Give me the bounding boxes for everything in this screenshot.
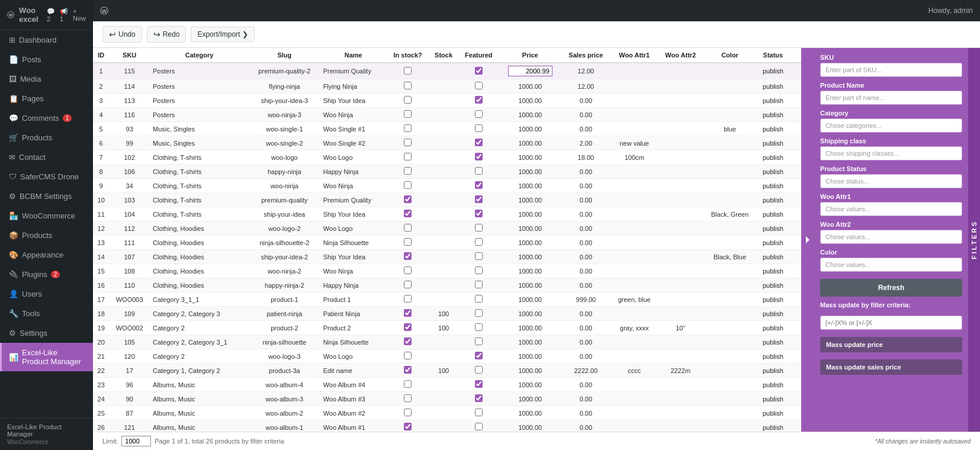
instock-checkbox[interactable]	[404, 67, 412, 75]
instock-checkbox[interactable]	[404, 167, 412, 175]
featured-checkbox[interactable]	[475, 366, 483, 374]
cell-price[interactable]: 1000.00	[499, 150, 561, 165]
cell-featured[interactable]	[458, 165, 499, 179]
cell-featured[interactable]	[458, 321, 499, 335]
sidebar-item-woocommerce[interactable]: 🏪 WooCommerce	[0, 206, 93, 226]
featured-checkbox[interactable]	[475, 124, 483, 132]
featured-checkbox[interactable]	[475, 266, 483, 274]
featured-checkbox[interactable]	[475, 153, 483, 160]
cell-price[interactable]: 1000.00	[499, 250, 561, 264]
instock-checkbox[interactable]	[404, 281, 412, 288]
instock-checkbox[interactable]	[404, 423, 412, 430]
sidebar-item-users[interactable]: 👤 Users	[0, 284, 93, 304]
cell-price[interactable]: 1000.00	[499, 349, 561, 364]
cell-instock[interactable]	[387, 122, 429, 136]
panel-nav-icon[interactable]	[801, 48, 814, 432]
cell-instock[interactable]	[387, 108, 429, 122]
cell-price[interactable]: 1000.00	[499, 136, 561, 150]
cell-featured[interactable]	[458, 108, 499, 122]
cell-instock[interactable]	[387, 335, 429, 349]
cell-featured[interactable]	[458, 392, 499, 406]
cell-featured[interactable]	[458, 278, 499, 292]
featured-checkbox[interactable]	[475, 67, 483, 75]
cell-featured[interactable]	[458, 406, 499, 420]
featured-checkbox[interactable]	[475, 82, 483, 89]
woo-attr2-input[interactable]	[820, 230, 962, 244]
featured-checkbox[interactable]	[475, 195, 483, 203]
cell-price[interactable]: 1000.00	[499, 321, 561, 335]
refresh-button[interactable]: Refresh	[820, 279, 962, 297]
featured-checkbox[interactable]	[475, 238, 483, 246]
instock-checkbox[interactable]	[404, 153, 412, 160]
featured-checkbox[interactable]	[475, 96, 483, 104]
cell-instock[interactable]	[387, 321, 429, 335]
featured-checkbox[interactable]	[475, 252, 483, 260]
cell-price[interactable]: 1000.00	[499, 221, 561, 236]
sidebar-item-settings[interactable]: ⚙ Settings	[0, 323, 93, 343]
mass-update-price-button[interactable]: Mass update price	[820, 337, 962, 352]
cell-instock[interactable]	[387, 364, 429, 378]
featured-checkbox[interactable]	[475, 323, 483, 331]
sidebar-item-media[interactable]: 🖼 Media	[0, 69, 93, 89]
instock-checkbox[interactable]	[404, 224, 412, 232]
instock-checkbox[interactable]	[404, 352, 412, 359]
sidebar-item-bcbm[interactable]: ⚙ BCBM Settings	[0, 187, 93, 206]
instock-checkbox[interactable]	[404, 139, 412, 146]
cell-instock[interactable]	[387, 63, 429, 79]
cell-instock[interactable]	[387, 94, 429, 108]
featured-checkbox[interactable]	[475, 224, 483, 232]
instock-checkbox[interactable]	[404, 394, 412, 402]
featured-checkbox[interactable]	[475, 338, 483, 345]
featured-checkbox[interactable]	[475, 110, 483, 118]
sidebar-item-products[interactable]: 🛒 Products	[0, 128, 93, 147]
cell-featured[interactable]	[458, 94, 499, 108]
featured-checkbox[interactable]	[475, 352, 483, 359]
cell-instock[interactable]	[387, 264, 429, 278]
sidebar-item-contact[interactable]: ✉ Contact	[0, 147, 93, 167]
cell-featured[interactable]	[458, 150, 499, 165]
cell-instock[interactable]	[387, 79, 429, 94]
featured-checkbox[interactable]	[475, 409, 483, 416]
cell-price[interactable]: 1000.00	[499, 179, 561, 193]
new-button[interactable]: + New	[73, 8, 86, 22]
sku-filter-input[interactable]	[820, 63, 962, 77]
cell-featured[interactable]	[458, 335, 499, 349]
cell-price[interactable]: 1000.00	[499, 392, 561, 406]
instock-checkbox[interactable]	[404, 366, 412, 374]
cell-featured[interactable]	[458, 307, 499, 321]
cell-featured[interactable]	[458, 122, 499, 136]
instock-checkbox[interactable]	[404, 181, 412, 189]
cell-instock[interactable]	[387, 307, 429, 321]
instock-checkbox[interactable]	[404, 238, 412, 246]
sidebar-item-appearance[interactable]: 🎨 Appearance	[0, 245, 93, 265]
cell-featured[interactable]	[458, 292, 499, 307]
featured-checkbox[interactable]	[475, 210, 483, 217]
instock-checkbox[interactable]	[404, 338, 412, 345]
cell-instock[interactable]	[387, 378, 429, 392]
featured-checkbox[interactable]	[475, 181, 483, 189]
featured-checkbox[interactable]	[475, 281, 483, 288]
cell-instock[interactable]	[387, 420, 429, 432]
cell-featured[interactable]	[458, 136, 499, 150]
cell-price[interactable]: 1000.00	[499, 207, 561, 221]
cell-featured[interactable]	[458, 349, 499, 364]
cell-featured[interactable]	[458, 193, 499, 207]
cell-instock[interactable]	[387, 207, 429, 221]
mass-update-sales-button[interactable]: Mass update sales price	[820, 359, 962, 375]
cell-instock[interactable]	[387, 221, 429, 236]
cell-price[interactable]: 1000.00	[499, 335, 561, 349]
cell-featured[interactable]	[458, 250, 499, 264]
cell-price[interactable]: 1000.00	[499, 94, 561, 108]
cell-instock[interactable]	[387, 349, 429, 364]
instock-checkbox[interactable]	[404, 124, 412, 132]
cell-instock[interactable]	[387, 136, 429, 150]
cell-instock[interactable]	[387, 292, 429, 307]
sidebar-item-comments[interactable]: 💬 Comments 1	[0, 108, 93, 128]
featured-checkbox[interactable]	[475, 139, 483, 146]
price-input[interactable]	[508, 66, 552, 76]
shipping-input[interactable]	[820, 146, 962, 160]
cell-price[interactable]: 1000.00	[499, 378, 561, 392]
instock-checkbox[interactable]	[404, 295, 412, 303]
cell-instock[interactable]	[387, 406, 429, 420]
cell-instock[interactable]	[387, 193, 429, 207]
